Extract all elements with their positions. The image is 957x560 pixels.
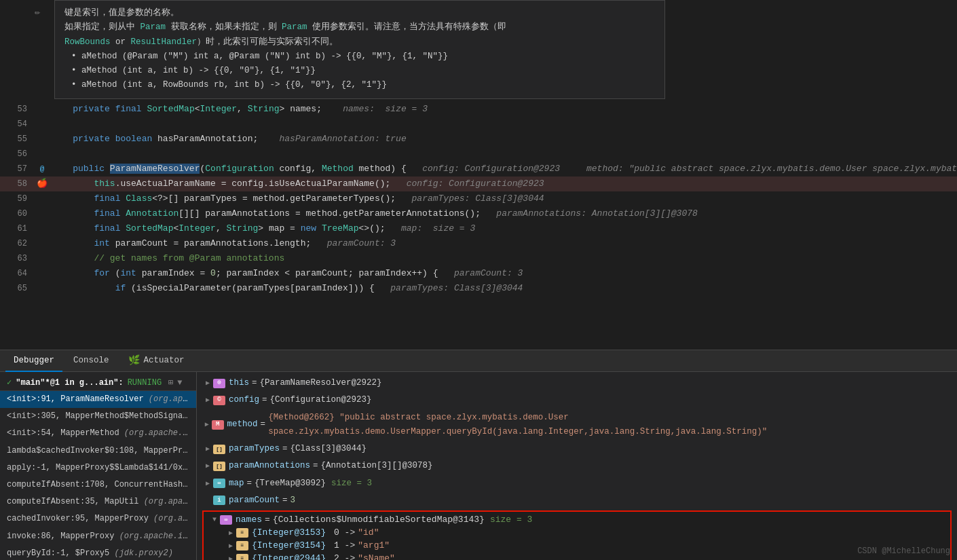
code-editor: ✏ 键是索引，值是参数的名称。 如果指定，则从中 Param 获取名称，如果未指… — [0, 0, 957, 350]
expand-icon: ▶ — [202, 443, 213, 455]
expand-icon: ▶ — [225, 555, 236, 561]
tab-actuator[interactable]: 🌿 Actuator — [120, 350, 193, 372]
thread-dropdown-icon[interactable]: ▼ — [177, 378, 182, 388]
var-map[interactable]: ▶ ∞ map = {TreeMap@3092} size = 3 — [197, 475, 957, 492]
edit-icon: ✏ — [35, 5, 40, 21]
thread-indicator: ✓ "main"*@1 in g...ain": RUNNING ⊞ ▼ — [0, 375, 196, 391]
filter-icon[interactable]: ⊞ — [168, 377, 173, 388]
code-line-61: 61 final SortedMap<Integer, String> map … — [0, 221, 957, 236]
var-paramannotations[interactable]: ▶ [] paramAnnotations = {Annotation[3][]… — [197, 458, 957, 474]
var-paramtypes[interactable]: ▶ [] paramTypes = {Class[3]@3044} — [197, 441, 957, 458]
tab-console[interactable]: Console — [65, 350, 117, 372]
tooltip-bullet2: • aMethod (int a, int b) -> {{0, "0"}, {… — [71, 64, 655, 78]
code-line-57: 57 @ public ParamNameResolver(Configurat… — [0, 162, 957, 176]
tab-debugger[interactable]: Debugger — [5, 350, 62, 372]
code-line-60: 60 final Annotation[][] paramAnnotations… — [0, 206, 957, 221]
code-line-58: 58 🍎 this.useActualParamName = config.is… — [0, 176, 957, 191]
var-names-header[interactable]: ▼ ∞ names = {Collections$UnmodifiableSor… — [204, 513, 950, 526]
debugger-content: ✓ "main"*@1 in g...ain": RUNNING ⊞ ▼ <in… — [0, 372, 957, 560]
actuator-icon: 🌿 — [128, 354, 140, 366]
debugger-tabs: Debugger Console 🌿 Actuator — [0, 350, 957, 372]
config-type-icon: © — [213, 396, 225, 405]
code-line-53: 53 private final SortedMap<Integer, Stri… — [0, 102, 957, 117]
names-expanded-box: ▼ ∞ names = {Collections$UnmodifiableSor… — [202, 510, 952, 560]
expand-icon: ▶ — [202, 419, 212, 430]
names-child-1[interactable]: ▶ ≡ {Integer@3154} 1 -> "arg1" — [204, 539, 950, 552]
map-type-icon: ∞ — [213, 479, 225, 488]
var-paramcount[interactable]: ▶ i paramCount = 3 — [197, 492, 957, 509]
expand-icon: ▶ — [202, 478, 213, 489]
code-line-56: 56 — [0, 147, 957, 162]
code-lines-container: 53 private final SortedMap<Integer, Stri… — [0, 99, 957, 350]
child-type-icon2: ≡ — [236, 541, 248, 550]
array-type-icon2: [] — [213, 462, 225, 471]
code-line-62: 62 int paramCount = paramAnnotations.len… — [0, 236, 957, 251]
tooltip-line2: 如果指定，则从中 Param 获取名称，如果未指定，则 Param 使用参数索引… — [64, 20, 655, 35]
this-type-icon: ⊙ — [213, 379, 225, 388]
var-config[interactable]: ▶ © config = {Configuration@2923} — [197, 392, 957, 409]
vars-panel: ▶ ⊙ this = {ParamNameResolver@2922} ▶ © … — [197, 372, 957, 560]
tooltip-bullet1: • aMethod (@Param ("M") int a, @Param ("… — [71, 50, 655, 64]
names-type-icon: ∞ — [220, 515, 232, 525]
stack-frame-7[interactable]: cachedInvoker:95, MapperProxy (org.apa..… — [0, 510, 196, 527]
child-type-icon3: ≡ — [236, 554, 248, 561]
debugger-panel: Debugger Console 🌿 Actuator ✓ "main"*@1 … — [0, 350, 957, 560]
expand-icon: ▶ — [202, 377, 213, 389]
tab-actuator-label: Actuator — [144, 356, 185, 365]
tooltip-line1: 键是索引，值是参数的名称。 — [64, 6, 655, 20]
expand-icon: ▶ — [225, 529, 236, 537]
expand-icon: ▶ — [202, 394, 213, 406]
names-child-0[interactable]: ▶ ≡ {Integer@3153} 0 -> "id" — [204, 526, 950, 539]
stack-frame-4[interactable]: apply:-1, MapperProxy$$Lambda$141/0x0... — [0, 460, 196, 477]
stack-frame-0[interactable]: <init>:91, ParamNameResolver (org.apache… — [0, 391, 196, 408]
tab-console-label: Console — [73, 356, 109, 365]
watermark: CSDN @MichelleChung — [857, 546, 950, 556]
code-line-63: 63 // get names from @Param annotations — [0, 251, 957, 266]
no-expand: ▶ — [202, 495, 213, 506]
tooltip-bullet3: • aMethod (int a, RowBounds rb, int b) -… — [71, 78, 655, 92]
stack-frame-6[interactable]: computeIfAbsent:35, MapUtil (org.apache.… — [0, 493, 196, 510]
child-type-icon: ≡ — [236, 528, 248, 538]
tooltip-popup: ✏ 键是索引，值是参数的名称。 如果指定，则从中 Param 获取名称，如果未指… — [54, 0, 665, 99]
thread-check-icon: ✓ — [7, 377, 12, 388]
code-line-59: 59 final Class<?>[] paramTypes = method.… — [0, 191, 957, 206]
tooltip-line3: RowBounds or ResultHandler）时，此索引可能与实际索引不… — [64, 35, 655, 50]
stack-frame-8[interactable]: invoke:86, MapperProxy (org.apache.ibati… — [0, 528, 196, 545]
names-child-2[interactable]: ▶ ≡ {Integer@2944} 2 -> "sName" — [204, 552, 950, 560]
code-line-54: 54 — [0, 117, 957, 132]
stack-frame-9[interactable]: queryById:-1, $Proxy5 (jdk.proxy2) — [0, 545, 196, 560]
code-line-65: 65 if (isSpecialParameter(paramTypes[par… — [0, 281, 957, 296]
stack-frame-2[interactable]: <init>:54, MapperMethod (org.apache.ibat… — [0, 425, 196, 442]
int-type-icon: i — [213, 496, 225, 505]
stack-frame-1[interactable]: <init>:305, MapperMethod$MethodSignat... — [0, 408, 196, 425]
stack-frame-5[interactable]: computeIfAbsent:1708, ConcurrentHashM... — [0, 477, 196, 493]
var-method[interactable]: ▶ M method = {Method@2662} "public abstr… — [197, 409, 957, 441]
thread-status: RUNNING — [128, 378, 162, 388]
stack-panel: ✓ "main"*@1 in g...ain": RUNNING ⊞ ▼ <in… — [0, 372, 197, 560]
stack-frame-3[interactable]: lambda$cachedInvoker$0:108, MapperProx..… — [0, 443, 196, 460]
thread-name: "main"*@1 in g...ain": — [16, 378, 123, 388]
code-line-64: 64 for (int paramIndex = 0; paramIndex <… — [0, 266, 957, 281]
array-type-icon: [] — [213, 445, 225, 454]
expand-icon: ▼ — [209, 516, 220, 523]
method-type-icon: M — [212, 420, 224, 430]
var-this[interactable]: ▶ ⊙ this = {ParamNameResolver@2922} — [197, 375, 957, 392]
tab-debugger-label: Debugger — [14, 356, 54, 365]
code-line-55: 55 private boolean hasParamAnnotation; h… — [0, 132, 957, 147]
expand-icon: ▶ — [202, 460, 213, 472]
expand-icon: ▶ — [225, 542, 236, 550]
